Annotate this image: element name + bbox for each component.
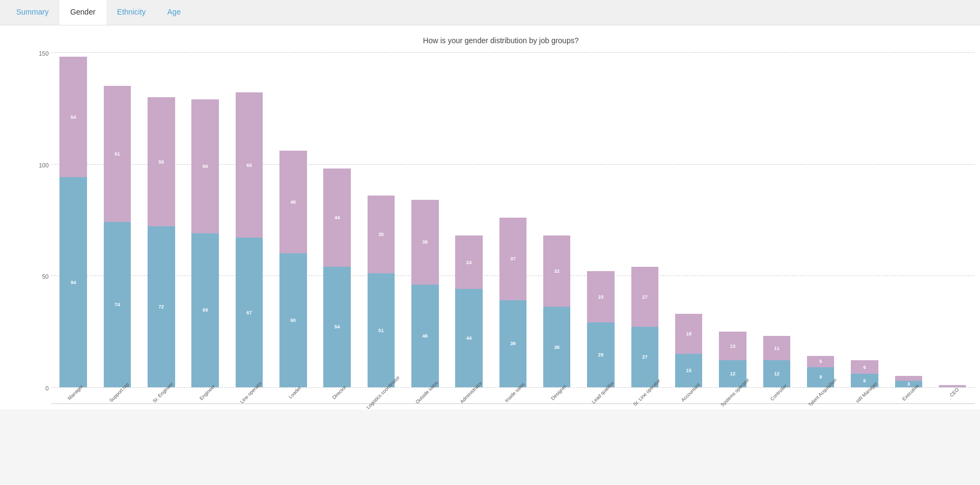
bar-stack: 6174 bbox=[104, 86, 131, 387]
bar-stack: 4660 bbox=[279, 151, 306, 387]
bar-female: 24 bbox=[455, 235, 482, 289]
bar-group: 59Talent Acquisition bbox=[799, 53, 843, 403]
chart-container: How is your gender distribution by job g… bbox=[0, 25, 980, 409]
bar-female: 60 bbox=[191, 99, 218, 233]
tabs-container: SummaryGenderEthnicityAge bbox=[0, 0, 980, 25]
bar-female: 11 bbox=[763, 336, 790, 360]
bar-female: 5 bbox=[807, 356, 834, 367]
bar-stack: 3739 bbox=[499, 218, 526, 387]
bar-female: 13 bbox=[719, 332, 746, 361]
bar-stack: 5872 bbox=[148, 97, 175, 387]
y-axis-label: 150 bbox=[30, 50, 49, 57]
bar-stack: 1112 bbox=[763, 336, 790, 387]
bar-male: 51 bbox=[368, 273, 395, 387]
tab-gender[interactable]: Gender bbox=[59, 0, 106, 25]
bar-male: 69 bbox=[191, 233, 218, 387]
bar-male: 46 bbox=[411, 285, 438, 387]
tab-ethnicity[interactable]: Ethnicity bbox=[106, 0, 157, 25]
bar-female: 32 bbox=[543, 235, 570, 307]
bar-stack: 5494 bbox=[59, 57, 86, 387]
y-axis-label: 50 bbox=[30, 273, 49, 280]
bar-male: 60 bbox=[279, 253, 306, 387]
bar-female: 23 bbox=[587, 271, 614, 322]
bar-male: 94 bbox=[59, 177, 86, 387]
bar-male: 72 bbox=[148, 226, 175, 387]
bar-male: 39 bbox=[499, 300, 526, 387]
bar-stack: 3846 bbox=[411, 200, 438, 387]
y-axis-label: 0 bbox=[30, 385, 49, 392]
bar-stack: 2727 bbox=[631, 267, 658, 387]
bar-group: 6069Engineer bbox=[183, 53, 227, 403]
bar-group: 3739Inside sales bbox=[491, 53, 535, 403]
bar-male: 54 bbox=[323, 267, 350, 387]
bar-male: 67 bbox=[236, 238, 263, 387]
bar-group: 3846Outside sales bbox=[403, 53, 447, 403]
bar-group: 3Executive bbox=[886, 53, 930, 403]
bar-group: 2329Lead qualifier bbox=[579, 53, 623, 403]
bar-female: 61 bbox=[104, 86, 131, 222]
bar-group: 5494Manager bbox=[51, 53, 95, 403]
tab-age[interactable]: Age bbox=[157, 0, 192, 25]
bar-x-label: CEO bbox=[949, 387, 960, 398]
bar-female: 6 bbox=[851, 360, 878, 374]
bars-wrapper: 5494Manager6174Support rep5872Sr. Engine… bbox=[51, 53, 975, 404]
bar-group: 3236Designer bbox=[535, 53, 579, 403]
bar-female: 65 bbox=[236, 92, 263, 238]
bar-female: 38 bbox=[411, 200, 438, 285]
bar-female: 46 bbox=[279, 151, 306, 253]
bar-male: 12 bbox=[763, 360, 790, 387]
bar-female: 18 bbox=[675, 314, 702, 354]
bar-male: 74 bbox=[104, 222, 131, 387]
bar-group: 6174Support rep bbox=[95, 53, 139, 403]
bar-group: 66HR Manager bbox=[843, 53, 886, 403]
bar-female: 58 bbox=[148, 97, 175, 227]
tab-bar: SummaryGenderEthnicityAge bbox=[0, 0, 980, 25]
bar-female: 27 bbox=[631, 267, 658, 327]
bar-stack: 2329 bbox=[587, 271, 614, 387]
bar-male: 36 bbox=[543, 307, 570, 387]
bar-female: 54 bbox=[59, 57, 86, 177]
bar-female bbox=[895, 376, 922, 380]
bar-x-label: Director bbox=[331, 385, 346, 400]
bar-male: 15 bbox=[675, 354, 702, 387]
bar-group: 1112Controller bbox=[755, 53, 798, 403]
bar-female: 37 bbox=[499, 218, 526, 300]
bar-stack: 3551 bbox=[368, 196, 395, 387]
bar-group: 1312Systems operator bbox=[711, 53, 755, 403]
tab-summary[interactable]: Summary bbox=[5, 0, 59, 25]
bar-stack: 1815 bbox=[675, 314, 702, 387]
bar-group: 5872Sr. Engineer bbox=[139, 53, 183, 403]
bar-stack: 4454 bbox=[323, 169, 350, 387]
bar-stack: 1312 bbox=[719, 332, 746, 387]
bar-male: 29 bbox=[587, 322, 614, 387]
bar-female: 44 bbox=[323, 169, 350, 267]
y-axis-label: 100 bbox=[30, 162, 49, 169]
bar-stack: 6567 bbox=[236, 92, 263, 387]
bar-female: 35 bbox=[368, 196, 395, 274]
bar-group: 6567Line operator bbox=[227, 53, 271, 403]
bar-x-label: Loader bbox=[288, 385, 302, 400]
bar-male: 44 bbox=[455, 289, 482, 387]
bar-stack: 3236 bbox=[543, 235, 570, 387]
bar-group: 2727Sr. Line operator bbox=[623, 53, 666, 403]
bar-group: 2444Administrator bbox=[447, 53, 491, 403]
bar-stack: 2444 bbox=[455, 235, 482, 387]
chart-title: How is your gender distribution by job g… bbox=[27, 36, 975, 45]
bar-group: 4454Director bbox=[315, 53, 359, 403]
bar-group: 1815Accountant bbox=[667, 53, 711, 403]
bar-group: 4660Loader bbox=[271, 53, 315, 403]
bar-group: CEO bbox=[931, 53, 975, 403]
bar-stack: 6069 bbox=[191, 99, 218, 387]
bar-group: 3551Logistics coordinator bbox=[359, 53, 403, 403]
bar-male: 27 bbox=[631, 327, 658, 387]
